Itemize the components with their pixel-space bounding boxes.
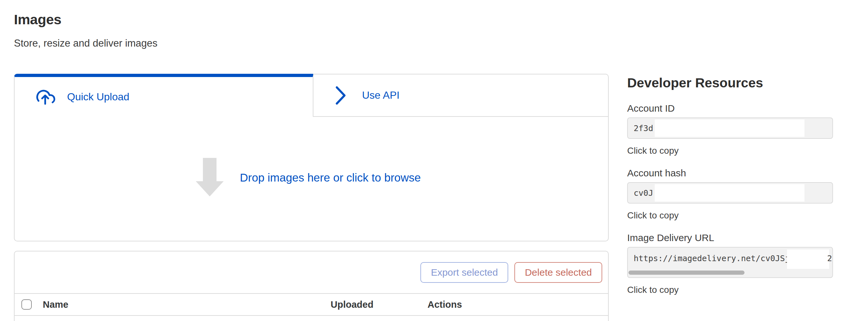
column-header-uploaded: Uploaded [331, 299, 373, 310]
image-dropzone[interactable]: Drop images here or click to browse [14, 117, 609, 241]
dropzone-label: Drop images here or click to browse [240, 171, 421, 184]
account-id-label: Account ID [627, 103, 833, 114]
redaction-overlay [655, 184, 804, 202]
developer-resources-panel: Developer Resources Account ID 2f3d Clic… [627, 75, 833, 307]
image-delivery-url-copy-hint: Click to copy [627, 284, 833, 295]
account-id-copy-hint: Click to copy [627, 145, 833, 156]
select-all-checkbox[interactable] [21, 299, 32, 310]
delete-selected-button[interactable]: Delete selected [515, 262, 602, 283]
table-header-row: Name Uploaded Actions [14, 294, 608, 316]
account-hash-field[interactable]: cv0J [627, 182, 833, 204]
cloud-upload-icon [35, 89, 56, 105]
column-header-name: Name [43, 299, 68, 310]
tab-use-api[interactable]: Use API [313, 74, 609, 117]
image-delivery-url-field[interactable]: https://imagedelivery.net/cv0JSj 2 [627, 247, 833, 278]
column-header-actions: Actions [428, 299, 462, 310]
page-subtitle: Store, resize and deliver images [14, 38, 157, 49]
account-id-value: 2f3d [628, 123, 653, 133]
redaction-overlay [655, 119, 804, 137]
redaction-overlay [787, 249, 829, 269]
truncated-character: 2 [827, 253, 832, 264]
tab-quick-upload[interactable]: Quick Upload [14, 74, 313, 117]
upload-tabs: Quick Upload Use API [14, 74, 609, 117]
account-hash-copy-hint: Click to copy [627, 210, 833, 221]
sidebar-title: Developer Resources [627, 75, 833, 91]
image-delivery-url-value: https://imagedelivery.net/cv0JSj [628, 248, 790, 264]
down-arrow-icon [196, 158, 224, 197]
chevron-right-icon [336, 86, 346, 105]
images-table-card: Export selected Delete selected Name Upl… [14, 251, 609, 321]
account-hash-value: cv0J [628, 188, 653, 198]
page-title: Images [14, 11, 61, 28]
tab-quick-upload-label: Quick Upload [67, 91, 129, 103]
export-selected-button[interactable]: Export selected [421, 262, 508, 283]
images-page: Images Store, resize and deliver images … [0, 0, 868, 321]
horizontal-scrollbar-thumb[interactable] [628, 271, 745, 275]
table-toolbar: Export selected Delete selected [14, 251, 608, 294]
image-delivery-url-label: Image Delivery URL [627, 232, 833, 244]
account-id-field[interactable]: 2f3d [627, 117, 833, 139]
tab-use-api-label: Use API [362, 89, 400, 101]
account-hash-label: Account hash [627, 167, 833, 179]
